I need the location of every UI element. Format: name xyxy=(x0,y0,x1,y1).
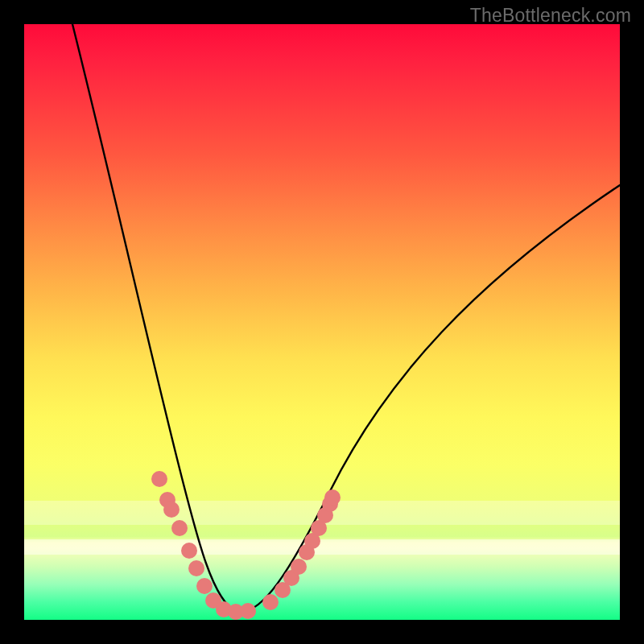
chart-plot-area xyxy=(24,24,620,620)
marker-dot xyxy=(291,559,307,575)
marker-layer xyxy=(151,471,341,620)
marker-dot xyxy=(163,502,180,518)
marker-dot xyxy=(181,543,197,559)
marker-dot xyxy=(262,594,279,610)
chart-svg xyxy=(24,24,620,620)
marker-dot xyxy=(240,603,256,619)
marker-dot xyxy=(151,471,167,487)
bottleneck-curve-line xyxy=(72,24,620,612)
marker-dot xyxy=(171,520,188,536)
watermark-text: TheBottleneck.com xyxy=(470,5,631,27)
marker-dot xyxy=(196,578,213,594)
marker-dot xyxy=(188,560,204,576)
marker-dot xyxy=(324,489,341,506)
